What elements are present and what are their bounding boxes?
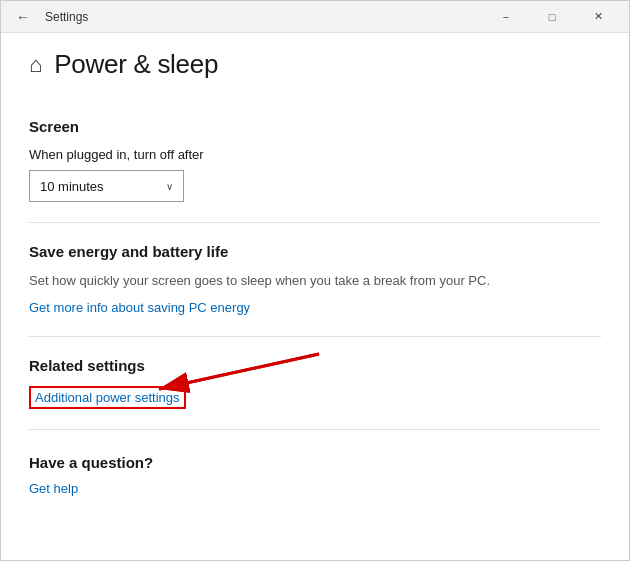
related-settings-link-wrapper: Additional power settings bbox=[29, 386, 186, 409]
dropdown-arrow-icon: ∨ bbox=[166, 181, 173, 192]
back-icon: ← bbox=[16, 9, 30, 25]
content-area: ⌂ Power & sleep Screen When plugged in, … bbox=[1, 33, 629, 560]
get-help-link[interactable]: Get help bbox=[29, 481, 78, 496]
save-energy-description: Set how quickly your screen goes to slee… bbox=[29, 272, 601, 290]
title-bar: ← Settings − □ ✕ bbox=[1, 1, 629, 33]
divider-3 bbox=[29, 429, 601, 430]
related-settings-section: Related settings bbox=[29, 357, 601, 409]
page-title: Power & sleep bbox=[54, 49, 218, 80]
window-title: Settings bbox=[45, 10, 88, 24]
maximize-button[interactable]: □ bbox=[529, 1, 575, 33]
divider-1 bbox=[29, 222, 601, 223]
additional-power-settings-link[interactable]: Additional power settings bbox=[29, 386, 186, 409]
save-energy-title: Save energy and battery life bbox=[29, 243, 601, 260]
question-section: Have a question? Get help bbox=[29, 454, 601, 497]
related-settings-title: Related settings bbox=[29, 357, 601, 374]
arrow-annotation: Additional power settings bbox=[29, 386, 601, 409]
save-energy-section: Save energy and battery life Set how qui… bbox=[29, 243, 601, 316]
back-button[interactable]: ← bbox=[9, 3, 37, 31]
question-title: Have a question? bbox=[29, 454, 601, 471]
dropdown-value: 10 minutes bbox=[40, 179, 104, 194]
divider-2 bbox=[29, 336, 601, 337]
dropdown-label: When plugged in, turn off after bbox=[29, 147, 601, 162]
title-bar-left: ← Settings bbox=[9, 3, 88, 31]
screen-section: Screen When plugged in, turn off after 1… bbox=[29, 118, 601, 202]
home-icon: ⌂ bbox=[29, 52, 42, 78]
main-content: ⌂ Power & sleep Screen When plugged in, … bbox=[1, 33, 629, 560]
screen-section-title: Screen bbox=[29, 118, 601, 135]
minimize-button[interactable]: − bbox=[483, 1, 529, 33]
window-controls: − □ ✕ bbox=[483, 1, 621, 33]
page-header: ⌂ Power & sleep bbox=[29, 33, 601, 98]
screen-timeout-dropdown[interactable]: 10 minutes ∨ bbox=[29, 170, 184, 202]
close-button[interactable]: ✕ bbox=[575, 1, 621, 33]
save-energy-link[interactable]: Get more info about saving PC energy bbox=[29, 300, 250, 315]
settings-window: ← Settings − □ ✕ ⌂ Power & sleep Screen … bbox=[0, 0, 630, 561]
